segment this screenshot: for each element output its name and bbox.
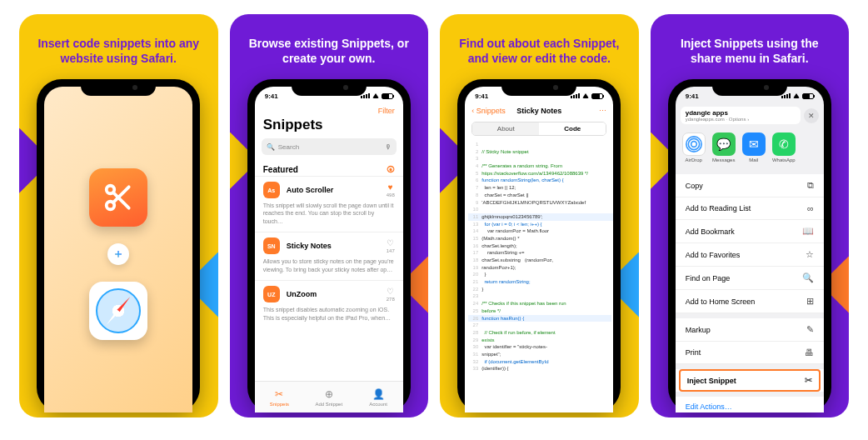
item-description: This snippet will slowly scroll the page…	[263, 202, 395, 225]
phone-notch	[292, 79, 367, 96]
menu-label: Add to Reading List	[686, 204, 751, 212]
card-title: Inject Snippets using the share menu in …	[651, 28, 850, 74]
code-editor[interactable]: 12// Sticky Note snippet34/** Generates …	[465, 139, 613, 374]
status-time: 9:41	[265, 92, 278, 100]
item-title: UnZoom	[287, 290, 380, 298]
like-button[interactable]: ♡ 278	[387, 288, 395, 302]
tab-label: Snippets	[270, 402, 289, 407]
compass-icon	[96, 288, 141, 333]
promo-card-4: Inject Snippets using the share menu in …	[651, 14, 850, 418]
share-app-messages[interactable]: 💬Messages	[712, 132, 736, 162]
close-button[interactable]: ✕	[804, 108, 819, 123]
share-app-airdrop[interactable]: AirDrop	[682, 132, 706, 162]
phone-mockup: ＋	[37, 79, 200, 412]
page-title: Sticky Notes	[465, 107, 613, 115]
menu-label: Add to Home Screen	[686, 298, 756, 306]
like-count: 498	[387, 192, 395, 198]
share-app-mail[interactable]: ✉Mail	[742, 132, 766, 162]
menu-row[interactable]: Find on Page🔍	[676, 267, 824, 290]
menu-row[interactable]: Add to Home Screen⊞	[676, 290, 824, 313]
item-title: Sticky Notes	[287, 242, 380, 250]
svg-point-4	[691, 142, 696, 148]
screen-code-editor: 9:41 ‹ Snippets Sticky Notes ⋯ About Cod…	[465, 87, 613, 412]
menu-row[interactable]: Copy⧉	[676, 174, 824, 198]
share-menu-group: Copy⧉Add to Reading List∞Add Bookmark📖Ad…	[676, 174, 824, 313]
search-input[interactable]: 🔍 Search 🎙	[262, 138, 397, 155]
section-heading: Featured	[263, 165, 298, 174]
item-description: Allows you to store sticky notes on the …	[263, 258, 395, 273]
mic-icon[interactable]: 🎙	[385, 143, 392, 151]
status-time: 9:41	[475, 92, 488, 100]
tab-label: Account	[369, 402, 387, 407]
menu-icon: ☆	[806, 249, 814, 260]
app-label: Mail	[749, 158, 758, 162]
menu-label: Add Bookmark	[686, 228, 735, 236]
app-icon: ✉	[742, 132, 766, 156]
menu-label: Edit Actions…	[686, 402, 732, 411]
segmented-control[interactable]: About Code	[471, 122, 606, 136]
share-app-whatsapp[interactable]: ✆WhatsApp	[772, 132, 796, 162]
menu-label: Add to Favorites	[686, 251, 741, 259]
like-count: 278	[387, 297, 395, 302]
filter-button[interactable]: Filter	[378, 107, 395, 115]
item-description: This snippet disables automatic zooming …	[263, 306, 395, 322]
menu-icon: ⧉	[807, 180, 814, 191]
menu-label: Find on Page	[686, 274, 731, 282]
menu-label: Inject Snippet	[687, 377, 736, 385]
share-apps-row: AirDrop💬Messages✉Mail✆WhatsApp	[676, 129, 824, 169]
tab-code[interactable]: Code	[539, 122, 606, 135]
list-item[interactable]: SN Sticky Notes ♡ 147 Allows you to stor…	[255, 232, 403, 280]
battery-icon	[382, 93, 393, 99]
app-label: Messages	[712, 158, 735, 162]
screen-intro: ＋	[44, 87, 192, 412]
phone-mockup: 9:41 ‹ Snippets Sticky Notes ⋯ About Cod…	[457, 79, 621, 412]
share-subtitle: ydangleapps.com · Options ›	[686, 117, 796, 122]
tab-label: Add Snippet	[315, 402, 342, 407]
menu-row[interactable]: Add to Favorites☆	[676, 243, 824, 267]
menu-row[interactable]: Markup✎	[676, 318, 824, 342]
menu-row[interactable]: Add Bookmark📖	[676, 220, 824, 243]
tab-icon: ⊕	[325, 388, 333, 400]
status-time: 9:41	[686, 92, 699, 100]
plus-icon: ＋	[107, 243, 129, 265]
card-title: Browse existing Snippets, or create your…	[230, 28, 429, 74]
menu-row[interactable]: Add to Reading List∞	[676, 198, 824, 220]
search-icon: 🔍	[267, 143, 275, 151]
tab-snippets[interactable]: ✂Snippets	[255, 382, 304, 412]
list-item[interactable]: As Auto Scroller ♥ 498 This snippet will…	[255, 176, 403, 232]
menu-icon: 🔍	[802, 272, 814, 283]
item-badge: As	[263, 182, 280, 198]
app-icon	[682, 132, 706, 156]
menu-icon: ∞	[807, 203, 814, 213]
heart-icon: ♡	[387, 239, 394, 248]
app-icon: ✆	[772, 132, 796, 156]
item-title: Auto Scroller	[287, 186, 380, 194]
share-header: ydangle apps ydangleapps.com · Options ›	[681, 107, 801, 124]
edit-actions-button[interactable]: Edit Actions…	[676, 397, 824, 412]
menu-icon: 🖶	[805, 348, 814, 358]
battery-icon	[802, 93, 814, 99]
app-label: AirDrop	[686, 158, 702, 162]
list-item[interactable]: UZ UnZoom ♡ 278 This snippet disables au…	[255, 280, 403, 328]
menu-label: Copy	[686, 182, 703, 190]
tab-about[interactable]: About	[472, 122, 539, 135]
like-button[interactable]: ♥ 498	[387, 183, 395, 198]
card-title: Insert code snippets into any website us…	[19, 28, 218, 74]
tab-account[interactable]: 👤Account	[353, 382, 402, 412]
menu-label: Markup	[686, 326, 711, 334]
app-icon: 💬	[712, 132, 736, 156]
item-badge: UZ	[263, 286, 280, 302]
tab-bar: ✂Snippets⊕Add Snippet👤Account	[255, 381, 403, 412]
wifi-icon	[793, 93, 800, 98]
promo-card-1: Insert code snippets into any website us…	[19, 14, 218, 418]
menu-label: Print	[686, 348, 701, 357]
menu-icon: ✎	[806, 324, 814, 335]
inject-snippet-row[interactable]: Inject Snippet ✂	[679, 369, 821, 392]
tab-icon: 👤	[372, 388, 385, 400]
menu-row[interactable]: Print🖶	[676, 342, 824, 364]
wifi-icon	[372, 93, 379, 98]
item-badge: SN	[263, 238, 280, 254]
tab-add-snippet[interactable]: ⊕Add Snippet	[304, 382, 353, 412]
phone-mockup: 9:41 Filter Snippets 🔍 Search 🎙 Featured…	[247, 79, 411, 412]
like-button[interactable]: ♡ 147	[387, 239, 395, 253]
